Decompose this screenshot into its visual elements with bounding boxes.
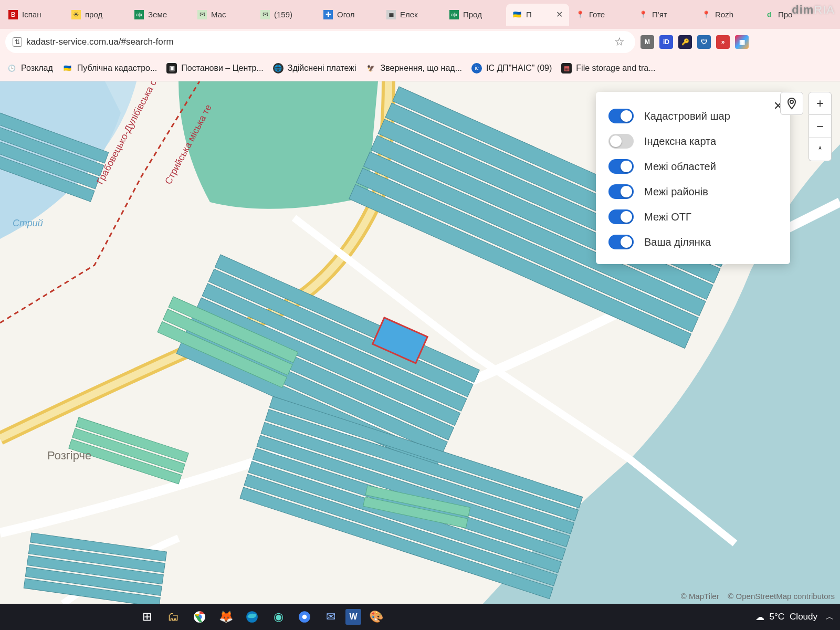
town-label: Розгірче [47,449,91,463]
zoom-in-button[interactable]: + [808,92,832,115]
attrib-osm[interactable]: © OpenStreetMap contributors [728,592,835,601]
favicon-icon: ≣ [386,10,396,19]
layer-row: Кадастровий шар [608,103,778,129]
river-label: Стрий [13,218,43,229]
favicon-icon: 📍 [575,10,585,19]
tab-title: Земе [148,10,167,19]
tab-1[interactable]: ☀прод [65,4,128,26]
weather-cond: Cloudy [790,612,817,622]
file-explorer-icon[interactable]: 🗂 [162,605,185,628]
layers-panel: ✕ Кадастровий шар Індексна карта Межі об… [596,92,790,264]
layer-toggle[interactable] [608,159,634,174]
tab-11[interactable]: 📍Rozh [695,4,758,26]
tab-title: Прод [463,10,482,19]
layer-toggle[interactable] [608,184,634,199]
extension-icon[interactable]: » [716,35,730,49]
layer-toggle[interactable] [608,109,634,123]
weather-widget[interactable]: ☁ 5°C Cloudy [755,612,817,623]
tab-0[interactable]: ВІспан [2,4,65,26]
site-settings-icon[interactable]: ⇅ [13,37,22,47]
tab-7[interactable]: о|хПрод [443,4,506,26]
tab-title: Має [211,10,226,19]
tab-title: Елек [400,10,418,19]
tab-6[interactable]: ≣Елек [380,4,443,26]
bookmark-label: Здійснені платежі [288,64,356,73]
tab-8-active[interactable]: 🇺🇦П✕ [506,4,569,26]
tray-chevron-icon[interactable]: ︿ [826,612,834,622]
layer-label: Межі ОТГ [644,211,691,223]
layer-row: Ваша ділянка [608,229,778,255]
extension-icon[interactable]: 🛡 [697,35,711,49]
locate-button[interactable] [780,92,803,115]
reset-north-button[interactable] [808,138,832,161]
favicon-icon: ✉ [260,10,270,19]
svg-point-45 [302,615,307,620]
layer-label: Межі областей [644,161,716,173]
layer-label: Межі районів [644,186,708,198]
bookmark-item[interactable]: ісІС ДП"НАІС" (09) [471,63,552,74]
map-canvas[interactable]: Стрий Розгірче Грабовецько-Дулібівська с… [0,81,840,604]
firefox-icon[interactable]: 🦊 [214,605,237,628]
bookmark-icon: ▦ [561,63,572,74]
address-bar[interactable]: ⇅ kadastr-service.com.ua/#search-form ☆ [5,31,635,53]
bookmark-star-icon[interactable]: ☆ [614,35,625,49]
tab-title: Огол [337,10,355,19]
browser-icon[interactable]: ◉ [267,605,290,628]
layer-toggle[interactable] [608,235,634,249]
extension-icon[interactable]: іD [659,35,673,49]
task-view-icon[interactable]: ⊞ [135,605,159,628]
tab-5[interactable]: ✚Огол [317,4,380,26]
layer-row: Індексна карта [608,129,778,154]
chrome-icon[interactable] [188,605,211,628]
bookmark-label: Розклад [21,64,53,73]
tab-title: Готе [589,10,605,19]
close-tab-icon[interactable]: ✕ [556,9,563,19]
tab-title: (159) [274,10,292,19]
favicon-icon: 🇺🇦 [512,10,522,19]
bookmark-icon: 🦅 [366,63,376,74]
weather-temp: 5°C [770,612,785,622]
bookmark-item[interactable]: 🕒Розклад [6,63,53,74]
bookmark-label: File storage and tra... [576,64,655,73]
layer-toggle[interactable] [608,209,634,224]
paint-icon[interactable]: 🎨 [364,605,387,628]
extension-icon[interactable]: 🔑 [678,35,692,49]
bookmark-item[interactable]: ▦File storage and tra... [561,63,655,74]
bookmarks-bar: 🕒Розклад 🇺🇦Публічна кадастро... ▣Постано… [0,55,840,81]
tab-title: П [526,10,532,19]
browser-tabs-row: ВІспан ☀прод о|хЗеме ✉Має ✉(159) ✚Огол ≣… [0,0,840,29]
bookmark-item[interactable]: 🇺🇦Публічна кадастро... [62,63,157,74]
favicon-icon: 📍 [701,10,711,19]
system-tray[interactable]: ︿ [826,612,834,622]
favicon-icon: ✉ [197,10,207,19]
layer-row: Межі ОТГ [608,204,778,229]
mail-icon[interactable]: ✉ [319,605,342,628]
bookmark-icon: 🌐 [273,63,284,74]
tab-2[interactable]: о|хЗеме [128,4,191,26]
compass-icon [815,144,825,155]
tab-3[interactable]: ✉Має [191,4,254,26]
chrome-icon-2[interactable] [293,605,316,628]
bookmark-icon: 🕒 [6,63,17,74]
tab-12[interactable]: dПро [758,4,821,26]
word-icon[interactable]: W [345,609,361,625]
bookmark-item[interactable]: 🦅Звернення, що над... [366,63,462,74]
bookmark-item[interactable]: 🌐Здійснені платежі [273,63,356,74]
tab-4[interactable]: ✉(159) [254,4,317,26]
tab-10[interactable]: 📍П'ят [632,4,695,26]
bookmark-icon: 🇺🇦 [62,63,73,74]
favicon-icon: ✚ [323,10,333,19]
map-pin-icon [785,97,798,110]
extension-icon[interactable]: ▦ [735,35,749,49]
url-text: kadastr-service.com.ua/#search-form [26,37,174,47]
attrib-maptiler[interactable]: © MapTiler [681,592,719,601]
zoom-out-button[interactable]: − [808,115,832,138]
layer-toggle[interactable] [608,134,634,149]
layer-label: Ваша ділянка [644,236,711,248]
edge-icon[interactable] [240,605,264,628]
bookmark-item[interactable]: ▣Постанови – Центр... [166,63,264,74]
tab-title: Іспан [22,10,41,19]
tab-9[interactable]: 📍Готе [569,4,632,26]
weather-icon: ☁ [755,612,764,623]
extension-icon[interactable]: M [640,35,654,49]
